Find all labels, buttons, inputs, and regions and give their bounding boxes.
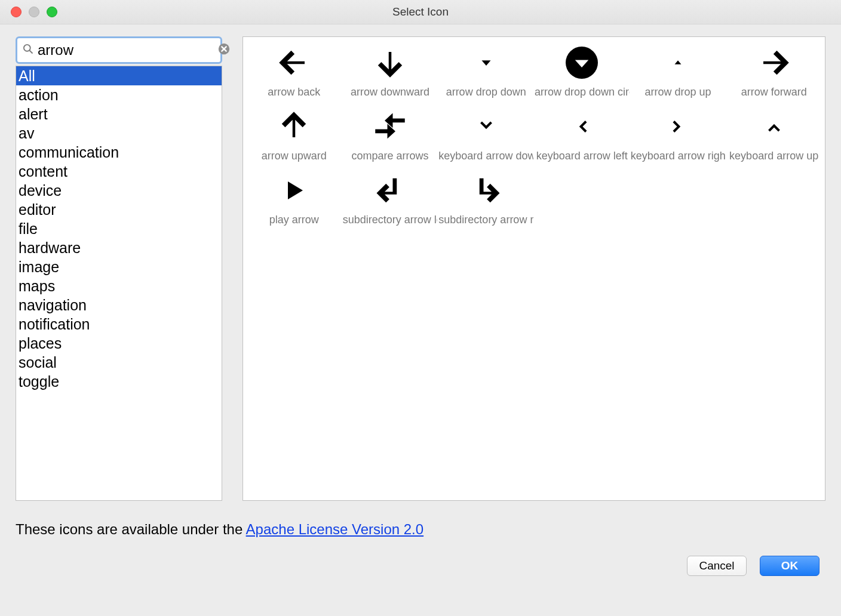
window-title: Select Icon (0, 5, 841, 19)
license-link[interactable]: Apache License Version 2.0 (246, 521, 424, 537)
icon-item[interactable]: compare arrows (343, 107, 438, 162)
icon-label: compare arrows (351, 150, 428, 162)
search-icon (22, 43, 34, 57)
arrow-upward-icon (278, 107, 310, 146)
category-item[interactable]: places (16, 334, 222, 353)
icon-item[interactable]: subdirectory arrow left (343, 171, 438, 226)
keyboard-arrow-left-icon (572, 107, 592, 146)
arrow-back-icon (278, 43, 310, 82)
icon-label: arrow drop down circle (535, 86, 630, 98)
category-item[interactable]: content (16, 162, 222, 181)
play-arrow-icon (282, 171, 306, 210)
arrow-drop-down-icon (477, 43, 495, 82)
category-item[interactable]: image (16, 257, 222, 276)
svg-line-1 (30, 51, 33, 54)
category-item[interactable]: All (16, 66, 222, 85)
category-item[interactable]: av (16, 124, 222, 143)
titlebar: Select Icon (0, 0, 841, 24)
category-item[interactable]: editor (16, 200, 222, 219)
icon-item[interactable]: arrow drop up (631, 43, 726, 98)
category-list[interactable]: Allactionalertavcommunicationcontentdevi… (16, 66, 222, 501)
icon-label: arrow forward (741, 86, 807, 98)
keyboard-arrow-down-icon (476, 107, 496, 146)
icon-item[interactable]: play arrow (247, 171, 342, 226)
keyboard-arrow-up-icon (764, 107, 784, 146)
dialog-content: Allactionalertavcommunicationcontentdevi… (0, 24, 841, 501)
icon-label: keyboard arrow down (438, 150, 533, 162)
clear-search-icon[interactable] (217, 42, 231, 58)
category-item[interactable]: device (16, 181, 222, 200)
icon-grid-area: arrow backarrow downwardarrow drop downa… (243, 36, 825, 501)
license-text: These icons are available under the Apac… (16, 521, 825, 538)
dialog-buttons: Cancel OK (16, 556, 825, 576)
category-item[interactable]: notification (16, 315, 222, 334)
arrow-drop-up-icon (671, 43, 685, 82)
category-item[interactable]: alert (16, 104, 222, 124)
search-input[interactable] (36, 42, 217, 58)
icon-label: arrow upward (262, 150, 327, 162)
icon-item[interactable]: arrow upward (247, 107, 342, 162)
compare-arrows-icon (374, 107, 406, 146)
icon-label: keyboard arrow up (729, 150, 818, 162)
icon-item[interactable]: arrow forward (726, 43, 821, 98)
icon-label: subdirectory arrow left (343, 214, 438, 226)
subdirectory-arrow-left-icon (374, 171, 406, 210)
ok-button[interactable]: OK (760, 556, 819, 576)
icon-label: keyboard arrow left (536, 150, 628, 162)
icon-item[interactable]: arrow drop down circle (535, 43, 630, 98)
icon-grid: arrow backarrow downwardarrow drop downa… (247, 43, 821, 226)
icon-label: subdirectory arrow right (438, 214, 533, 226)
icon-label: play arrow (269, 214, 319, 226)
svg-point-0 (24, 45, 30, 51)
icon-item[interactable]: keyboard arrow left (535, 107, 630, 162)
category-item[interactable]: file (16, 219, 222, 238)
category-item[interactable]: toggle (16, 372, 222, 391)
arrow-forward-icon (758, 43, 790, 82)
license-prefix: These icons are available under the (16, 521, 246, 537)
icon-label: arrow drop up (644, 86, 711, 98)
icon-label: arrow back (268, 86, 320, 98)
keyboard-arrow-right-icon (668, 107, 688, 146)
left-column: Allactionalertavcommunicationcontentdevi… (16, 36, 222, 501)
cancel-button[interactable]: Cancel (687, 556, 747, 576)
icon-item[interactable]: arrow downward (343, 43, 438, 98)
icon-item[interactable]: keyboard arrow up (726, 107, 821, 162)
icon-item[interactable]: keyboard arrow down (438, 107, 533, 162)
arrow-drop-down-circle-icon (566, 43, 598, 82)
footer: These icons are available under the Apac… (0, 501, 841, 576)
category-item[interactable]: social (16, 353, 222, 372)
category-item[interactable]: action (16, 85, 222, 104)
category-item[interactable]: navigation (16, 295, 222, 315)
category-item[interactable]: hardware (16, 238, 222, 257)
icon-item[interactable]: arrow back (247, 43, 342, 98)
arrow-downward-icon (374, 43, 406, 82)
icon-label: arrow drop down (446, 86, 526, 98)
icon-item[interactable]: keyboard arrow right (631, 107, 726, 162)
category-item[interactable]: maps (16, 276, 222, 295)
icon-label: keyboard arrow right (631, 150, 726, 162)
category-item[interactable]: communication (16, 143, 222, 162)
search-field[interactable] (16, 36, 222, 64)
subdirectory-arrow-right-icon (470, 171, 502, 210)
icon-item[interactable]: arrow drop down (438, 43, 533, 98)
icon-label: arrow downward (351, 86, 429, 98)
icon-item[interactable]: subdirectory arrow right (438, 171, 533, 226)
